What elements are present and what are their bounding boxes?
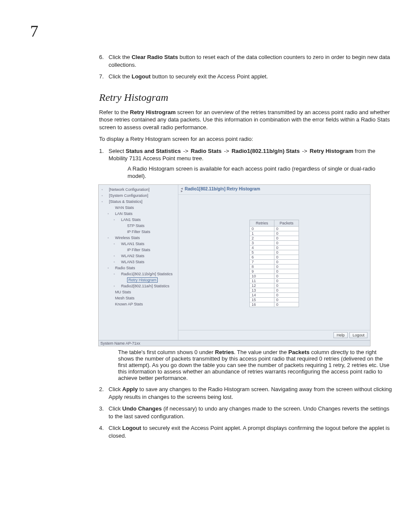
tree-node-icon: [110, 206, 114, 210]
arrow: ->: [301, 148, 309, 154]
list-number: 7.: [99, 73, 104, 81]
tree-node[interactable]: ◦LAN1 Stats: [100, 217, 177, 223]
tree-node-label: WLAN3 Stats: [121, 260, 144, 264]
table-cell: 1: [250, 231, 274, 236]
tree-node-label: IP Filter Stats: [127, 230, 150, 234]
nav-path-part: Status and Statistics: [126, 148, 181, 154]
table-cell: 0: [274, 246, 299, 250]
tree-twisty-icon[interactable]: ◦: [106, 211, 110, 217]
tree-node[interactable]: ◦Radio1[802.11b/g/n] Statistics: [100, 271, 177, 277]
text: to securely exit the Access Point applet…: [109, 425, 390, 439]
tree-node[interactable]: MU Stats: [100, 289, 177, 295]
table-cell: 0: [274, 293, 299, 298]
nav-path-part: Radio1(802.11b/g/n) Stats: [231, 148, 299, 154]
tree-node-icon: [116, 261, 120, 264]
text: Click the: [109, 73, 131, 80]
tree-node[interactable]: ◦Wireless Stats: [100, 235, 177, 241]
tree-twisty-icon[interactable]: ◦: [112, 271, 116, 277]
tree-node[interactable]: Known AP Stats: [100, 301, 177, 307]
tree-node-icon: [116, 273, 120, 276]
bold-term: Retry Histrogram: [130, 109, 176, 115]
table-cell: 4: [250, 246, 274, 250]
tree-twisty-icon[interactable]: ◦: [106, 265, 110, 271]
tree-node-label: MU Stats: [115, 290, 131, 294]
tree-node-label: WLAN2 Stats: [121, 254, 144, 258]
tree-node[interactable]: STP Stats: [100, 223, 177, 229]
list-number: 3.: [99, 405, 104, 413]
table-row: 100: [250, 274, 299, 279]
tree-node-icon: [122, 224, 126, 228]
list-item: 3. Click Undo Changes (if necessary) to …: [109, 405, 392, 420]
bold-term: Undo Changes: [122, 405, 162, 412]
tree-twisty-icon[interactable]: ◦: [112, 283, 116, 289]
table-row: 30: [250, 241, 299, 246]
logout-button[interactable]: Logout: [349, 332, 367, 338]
table-cell: 0: [274, 231, 299, 236]
table-row: 140: [250, 293, 299, 298]
tree-twisty-icon[interactable]: ◦: [112, 217, 116, 223]
tree-node[interactable]: IP Filter Stats: [100, 247, 177, 253]
tree-twisty-icon[interactable]: ◦: [106, 235, 110, 241]
table-cell: 0: [274, 264, 299, 269]
pane-title-text: Radio1[802.11b/g/n] Retry Histogram: [185, 187, 260, 191]
table-cell: 0: [274, 241, 299, 246]
help-button[interactable]: Help: [333, 332, 348, 338]
list-number: 4.: [99, 424, 104, 432]
tree-node-label: Radio1[802.11b/g/n] Statistics: [121, 272, 173, 276]
tree-node-label: Mesh Stats: [115, 296, 134, 300]
text: to save any changes to the Radio Histogr…: [109, 386, 392, 400]
table-cell: 0: [274, 236, 299, 241]
text: Click the: [109, 54, 131, 60]
status-bar: System Name AP-71xx: [99, 340, 370, 346]
tree-node[interactable]: ◦[Status & Statistics]: [100, 199, 177, 205]
intro-paragraph: Refer to the Retry Histrogram screen for…: [99, 109, 392, 131]
table-row: 00: [250, 227, 299, 231]
tree-node[interactable]: WAN Stats: [100, 205, 177, 211]
tree-node[interactable]: ◦[Network Configuration]: [100, 187, 177, 193]
tree-node-icon: [116, 243, 120, 246]
list-item: 1. Select Status and Statistics -> Radio…: [109, 147, 392, 180]
tree-node-label: LAN Stats: [115, 212, 133, 216]
table-cell: 3: [250, 241, 274, 246]
tree-twisty-icon[interactable]: ◦: [100, 199, 104, 205]
tree-node[interactable]: Retry Histogram: [100, 277, 177, 283]
chapter-number: 7: [30, 22, 394, 40]
text: The table's first column shows 0 under: [118, 349, 215, 355]
tree-twisty-icon[interactable]: ◦: [112, 241, 116, 247]
tree-twisty-icon[interactable]: ◦: [112, 253, 116, 259]
tree-node-icon: [122, 279, 126, 282]
text: Click: [109, 425, 122, 431]
tree-node[interactable]: ◦LAN Stats: [100, 211, 177, 217]
list-number: 6.: [99, 53, 104, 61]
table-cell: 5: [250, 250, 274, 255]
tree-node[interactable]: Mesh Stats: [100, 295, 177, 301]
text: Refer to the: [99, 109, 130, 115]
tree-node-label: WAN Stats: [115, 205, 134, 210]
table-cell: 15: [250, 298, 274, 302]
tree-node[interactable]: ◦WLAN2 Stats: [100, 253, 177, 259]
tree-twisty-icon[interactable]: ◦: [100, 193, 104, 199]
tree-node-icon: [110, 212, 114, 216]
table-cell: 6: [250, 255, 274, 260]
bold-term: Packets: [288, 349, 309, 355]
table-cell: 0: [274, 227, 299, 231]
list-number: 1.: [99, 147, 104, 155]
tree-node[interactable]: ◦[System Configuration]: [100, 193, 177, 199]
tree-node-icon: [110, 297, 114, 300]
table-cell: 0: [274, 274, 299, 279]
tree-node[interactable]: ◦WLAN1 Stats: [100, 241, 177, 247]
tree-node[interactable]: ◦Radio Stats: [100, 265, 177, 271]
tree-node-label: Wireless Stats: [115, 236, 140, 240]
procedure-list: 1. Select Status and Statistics -> Radio…: [99, 147, 392, 180]
tree-twisty-icon[interactable]: ◦: [112, 259, 116, 265]
tree-node[interactable]: IP Filter Stats: [100, 229, 177, 235]
lead-in: To display a Retry Histogram screen for …: [99, 135, 392, 143]
arrow: ->: [222, 148, 230, 154]
nav-path-part: Radio Stats: [191, 148, 222, 154]
tree-node[interactable]: ◦Radio2[802.11a/n] Statistics: [100, 283, 177, 289]
tree-node[interactable]: ◦WLAN3 Stats: [100, 259, 177, 265]
table-cell: 12: [250, 283, 274, 288]
list-item: 4. Click Logout to securely exit the Acc…: [109, 424, 392, 439]
tree-twisty-icon[interactable]: ◦: [100, 187, 104, 193]
list-number: 2.: [99, 386, 104, 393]
